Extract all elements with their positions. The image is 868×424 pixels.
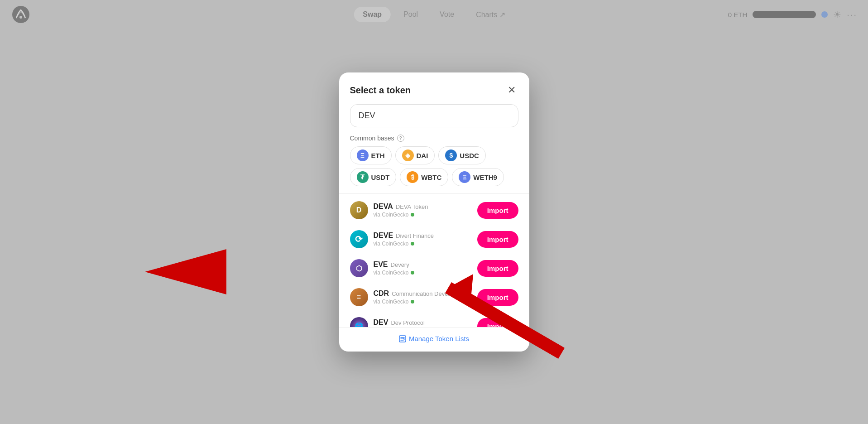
dai-label: DAI [417,152,428,159]
eve-info: EVE Devery via CoinGecko [374,260,477,276]
deve-name: Divert Finance [396,232,434,239]
cdr-avatar: ≡ [350,288,368,306]
deva-name: DEVA Token [396,203,428,210]
deve-avatar: ⟳ [350,230,368,248]
token-row-dev[interactable]: 🌐 DEV Dev Protocol via CoinGecko Import [339,312,529,327]
dev-name: Dev Protocol [391,319,424,326]
divider [339,193,529,194]
modal-close-button[interactable]: ✕ [505,83,518,97]
cdr-source-dot [411,300,414,304]
deve-source-dot [411,242,414,246]
weth9-label: WETH9 [473,173,497,181]
eve-avatar: ⬡ [350,259,368,277]
search-container [350,104,518,127]
base-chip-dai[interactable]: ◈ DAI [395,146,435,164]
token-row-cdr[interactable]: ≡ CDR Communication Devel via CoinGecko … [339,283,529,312]
help-icon[interactable]: ? [397,135,404,142]
manage-lists-label: Manage Token Lists [409,335,469,342]
cdr-info: CDR Communication Devel via CoinGecko [374,289,477,305]
dev-symbol: DEV [374,318,388,327]
cdr-name: Communication Devel [392,290,449,297]
wbtc-icon: ₿ [407,171,418,183]
dev-info: DEV Dev Protocol via CoinGecko [374,318,477,327]
usdt-icon: ₮ [357,171,369,183]
token-row-deva[interactable]: D DEVA DEVA Token via CoinGecko Import [339,196,529,225]
wbtc-label: WBTC [421,173,441,181]
dev-import-button[interactable]: Import [477,318,518,328]
eth-icon: Ξ [357,149,369,161]
manage-token-lists-link[interactable]: Manage Token Lists [399,335,469,342]
token-row-eve[interactable]: ⬡ EVE Devery via CoinGecko Import [339,254,529,283]
edit-icon [399,335,406,342]
deve-import-button[interactable]: Import [477,231,518,248]
eve-import-button[interactable]: Import [477,260,518,277]
deve-symbol: DEVE [374,231,393,240]
common-bases-section: Common bases ? Ξ ETH ◈ DAI $ USDC ₮ [339,135,529,192]
token-search-input[interactable] [350,104,518,127]
token-list[interactable]: D DEVA DEVA Token via CoinGecko Import ⟳ [339,196,529,327]
usdc-label: USDC [460,152,479,159]
bases-grid: Ξ ETH ◈ DAI $ USDC ₮ USDT ₿ WBTC [350,146,518,186]
deva-source-dot [411,213,414,217]
usdt-label: USDT [371,173,390,181]
cdr-source: via CoinGecko [374,299,477,305]
manage-lists-section: Manage Token Lists [339,327,529,352]
eve-symbol: EVE [374,260,388,269]
usdc-icon: $ [445,149,457,161]
modal-header: Select a token ✕ [339,72,529,104]
base-chip-usdc[interactable]: $ USDC [438,146,486,164]
deva-source: via CoinGecko [374,212,477,218]
deva-info: DEVA DEVA Token via CoinGecko [374,202,477,218]
common-bases-label: Common bases ? [350,135,518,142]
base-chip-eth[interactable]: Ξ ETH [350,146,392,164]
modal-title: Select a token [350,85,411,96]
cdr-import-button[interactable]: Import [477,289,518,306]
select-token-modal: Select a token ✕ Common bases ? Ξ ETH ◈ … [339,72,529,352]
eth-label: ETH [371,152,385,159]
deva-avatar: D [350,201,368,219]
deve-source: via CoinGecko [374,241,477,247]
modal-overlay[interactable]: Select a token ✕ Common bases ? Ξ ETH ◈ … [0,0,868,424]
eve-name: Devery [391,261,409,268]
eve-source: via CoinGecko [374,270,477,276]
weth9-icon: Ξ [459,171,470,183]
token-row-deve[interactable]: ⟳ DEVE Divert Finance via CoinGecko Impo… [339,225,529,254]
eve-source-dot [411,271,414,275]
dev-avatar: 🌐 [350,317,368,327]
deva-symbol: DEVA [374,202,393,211]
base-chip-weth9[interactable]: Ξ WETH9 [452,168,504,186]
dai-icon: ◈ [402,149,414,161]
deva-import-button[interactable]: Import [477,202,518,219]
cdr-symbol: CDR [374,289,389,298]
base-chip-wbtc[interactable]: ₿ WBTC [400,168,448,186]
base-chip-usdt[interactable]: ₮ USDT [350,168,397,186]
deve-info: DEVE Divert Finance via CoinGecko [374,231,477,247]
